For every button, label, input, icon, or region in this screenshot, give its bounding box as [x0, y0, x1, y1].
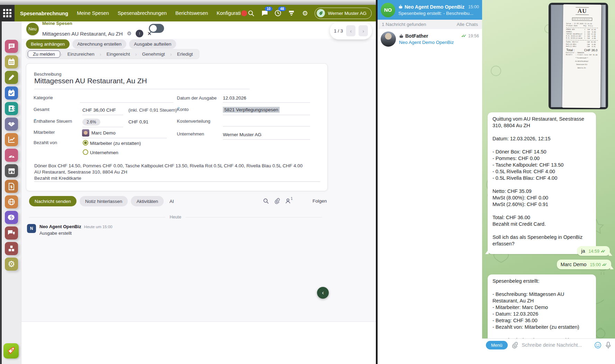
- settings-gear-icon[interactable]: ⚙: [301, 9, 309, 17]
- all-chats-filter[interactable]: Alle Chats: [456, 22, 478, 27]
- attachment-paperclip-icon[interactable]: [512, 342, 518, 348]
- konto-input[interactable]: 5821 Verpflegungsspesen: [223, 107, 280, 113]
- search-icon[interactable]: [247, 9, 255, 17]
- company-switcher[interactable]: Werner Muster AG: [315, 8, 372, 19]
- sidebar-item-contacts[interactable]: [5, 102, 18, 115]
- sidebar-item-expenses[interactable]: $: [5, 180, 18, 193]
- chat-list-item-selected[interactable]: NO Neo Agent Demo OpenBiz 15:00 Spesenbe…: [378, 0, 482, 20]
- sidebar-item-launcher[interactable]: [3, 343, 19, 358]
- message-body: Ausgabe erstellt: [39, 231, 112, 236]
- save-record-icon[interactable]: ↑: [136, 30, 143, 37]
- sidebar-item-sales[interactable]: [5, 133, 18, 146]
- handshake-icon: [7, 121, 16, 128]
- kostenverteilung-input[interactable]: [223, 126, 310, 127]
- address-book-icon: [8, 105, 15, 112]
- receipt-paper: AU RESTAURANT Datum : 12.03.2026 12:15:5…: [562, 4, 602, 108]
- menu-button[interactable]: Menü: [486, 341, 508, 349]
- sidebar-item-point-of-sale[interactable]: [5, 164, 18, 177]
- split-expense-button[interactable]: Ausgabe aufteilen: [129, 39, 176, 49]
- steuer-betrag: CHF 0,91: [128, 119, 148, 124]
- receipt-photo-message[interactable]: AU RESTAURANT Datum : 12.03.2026 12:15:5…: [549, 3, 608, 109]
- stage-erledigt[interactable]: Erledigt: [172, 51, 198, 57]
- help-icon: ?: [34, 118, 36, 122]
- activities-clock-icon[interactable]: 48: [274, 9, 282, 17]
- chatter-attachment-icon[interactable]: [274, 198, 280, 204]
- create-report-button[interactable]: Abrechnung erstellen: [72, 39, 126, 49]
- steuer-tag[interactable]: 2.6%: [82, 119, 100, 125]
- sidebar-item-notes[interactable]: [5, 71, 18, 84]
- sidebar-item-calendar[interactable]: [5, 55, 18, 68]
- telegram-chat-list: NO Neo Agent Demo OpenBiz 15:00 Spesenbe…: [378, 0, 482, 364]
- radio-mitarbeiter-label[interactable]: Mitarbeiter (zu erstatten): [90, 141, 141, 146]
- telegram-window: NO Neo Agent Demo OpenBiz 15:00 Spesenbe…: [378, 0, 615, 364]
- stage-zu-melden[interactable]: Zu melden: [28, 50, 60, 58]
- record-actions-gear-icon[interactable]: ⚙: [127, 30, 132, 37]
- sidebar-item-dashboards[interactable]: [5, 149, 18, 162]
- sidebar-item-livechat[interactable]: [5, 226, 18, 240]
- beschreibung-input[interactable]: Mittagessen AU Restaurant, Au ZH: [34, 77, 147, 85]
- send-message-button[interactable]: Nachricht senden: [29, 196, 76, 206]
- apps-menu-button[interactable]: [0, 5, 15, 21]
- log-note-button[interactable]: Notiz hinterlassen: [80, 196, 128, 206]
- emoji-smiley-icon[interactable]: [594, 342, 602, 349]
- activities-button[interactable]: Aktivitäten: [131, 196, 163, 206]
- sidebar-item-ai[interactable]: [5, 211, 18, 224]
- chat-list-item-botfather[interactable]: BotFather ✓✓ 19:56 Neo Agent Demo OpenBi…: [378, 29, 482, 49]
- brain-icon: [7, 214, 16, 221]
- stage-separator-icon: ›: [100, 51, 101, 57]
- radio-unternehmen-label[interactable]: Unternehmen: [90, 150, 118, 155]
- pager-previous-button[interactable]: ‹: [346, 25, 355, 36]
- unternehmen-input[interactable]: Werner Muster AG: [223, 132, 262, 137]
- cubes-icon: [8, 245, 15, 252]
- navbar-systray: 10 48 ⚙ Werner Muster AG: [247, 8, 376, 19]
- chatter-search-icon[interactable]: [263, 198, 269, 204]
- stage-eingereicht[interactable]: Eingereicht: [102, 51, 135, 57]
- menu-konfiguration[interactable]: Konfigurati: [217, 10, 241, 16]
- sidebar-item-inventory[interactable]: [5, 242, 18, 255]
- menu-berichtswesen[interactable]: Berichtswesen: [175, 10, 208, 16]
- note-line-2[interactable]: AU Restaurant, Seestrasse 310, 8804 Au Z…: [34, 169, 127, 175]
- sidebar-item-discuss[interactable]: [5, 40, 18, 53]
- message-composer: Menü: [482, 338, 615, 351]
- follow-button[interactable]: Folgen: [313, 198, 327, 204]
- switcher-icon[interactable]: [288, 9, 295, 17]
- pager-next-button[interactable]: ›: [359, 25, 368, 36]
- stage-einzureichen[interactable]: Einzureichen: [63, 51, 99, 57]
- company-leaf-icon: [317, 9, 325, 17]
- message-time: 15:00: [590, 262, 601, 267]
- gauge-icon: [8, 152, 16, 159]
- message-input[interactable]: [522, 342, 590, 348]
- chat-name: Neo Agent Demo OpenBiz: [405, 4, 464, 10]
- radio-unternehmen[interactable]: [83, 149, 88, 155]
- receipt-total-value: CHF 36.0: [584, 48, 598, 52]
- note-line-1[interactable]: Döner Box CHF 14.50, Pommes CHF 0.00, Ta…: [34, 163, 302, 168]
- kategorie-input[interactable]: [80, 102, 173, 103]
- voice-mic-icon[interactable]: [605, 342, 611, 349]
- sidebar-item-planning[interactable]: [5, 86, 18, 100]
- menu-meine-spesen[interactable]: Meine Spesen: [77, 10, 109, 16]
- chatter-followers-icon[interactable]: 1: [285, 198, 293, 204]
- collapse-panel-button[interactable]: ‹: [317, 287, 329, 299]
- calendar-icon: [8, 58, 15, 66]
- header-toggle[interactable]: [149, 24, 164, 33]
- chat-preview: Neo Agent Demo OpenBiz: [399, 40, 479, 45]
- field-label-beschreibung: Beschreibung: [34, 72, 62, 77]
- mitarbeiter-input[interactable]: Marc Demo: [91, 130, 116, 136]
- chat-time: 15:00: [468, 4, 479, 9]
- radio-mitarbeiter[interactable]: [83, 140, 88, 146]
- stage-genehmigt[interactable]: Genehmigt: [137, 51, 170, 57]
- messages-icon[interactable]: 10: [261, 9, 268, 17]
- datum-input[interactable]: 12.03.2026: [223, 95, 246, 101]
- sidebar-item-crm[interactable]: [5, 118, 18, 131]
- app-name[interactable]: Spesenabrechnung: [20, 10, 68, 16]
- ai-button[interactable]: AI: [170, 199, 174, 204]
- sidebar-item-settings[interactable]: ⚙: [5, 258, 18, 271]
- gesamt-input[interactable]: CHF 36,00 CHF: [82, 108, 116, 113]
- breadcrumb-parent[interactable]: Meine Spesen: [42, 21, 72, 26]
- menu-spesenabrechnungen[interactable]: Spesenabrechnungen: [118, 10, 167, 16]
- field-label-kategorie: Kategorie: [34, 95, 53, 100]
- sidebar-item-website[interactable]: [5, 195, 18, 208]
- chat-time: 19:56: [468, 34, 479, 38]
- note-line-3[interactable]: Bezahlt mit Kreditkarte: [34, 176, 81, 181]
- attach-receipt-button[interactable]: Beleg anhängen: [26, 39, 70, 49]
